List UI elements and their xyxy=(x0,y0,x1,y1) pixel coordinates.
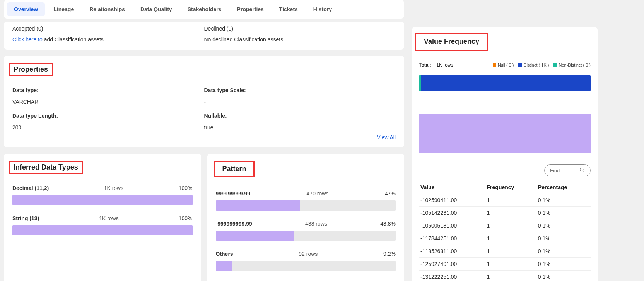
inferred-label: Decimal (11,2) xyxy=(12,185,49,191)
tab-properties[interactable]: Properties xyxy=(230,2,271,16)
pattern-row-head: 999999999.99470 rows47% xyxy=(216,190,396,197)
inferred-label: String (13) xyxy=(12,215,39,221)
nullable-value: true xyxy=(204,124,396,130)
legend-nondistinct: Non-Distinct ( 0 ) xyxy=(559,63,591,67)
pattern-row-head: -999999999.99438 rows43.8% xyxy=(216,221,396,227)
inferred-row-head: String (13)1K rows100% xyxy=(12,215,193,221)
tab-bar: Overview Lineage Relationships Data Qual… xyxy=(4,0,404,19)
pattern-bar xyxy=(216,261,396,271)
vf-table: Value Frequency Percentage -102590411.00… xyxy=(419,181,591,281)
vf-total-value: 1K rows xyxy=(436,62,453,68)
inferred-bar-fill xyxy=(12,225,193,235)
data-type-scale-label: Data type Scale: xyxy=(204,87,396,93)
inferred-pct: 100% xyxy=(179,185,193,191)
pattern-count: 438 rows xyxy=(305,221,327,227)
tab-tickets[interactable]: Tickets xyxy=(272,2,305,16)
inferred-types-card: Inferred Data Types Decimal (11,2)1K row… xyxy=(4,154,201,281)
inferred-row-head: Decimal (11,2)1K rows100% xyxy=(12,185,193,191)
properties-card: Properties Data type: VARCHAR Data type … xyxy=(4,56,404,147)
declined-text: No declined Classification assets. xyxy=(204,36,396,43)
legend-null: Null ( 0 ) xyxy=(498,63,514,67)
pattern-bar xyxy=(216,200,396,211)
pattern-bar-fill xyxy=(216,231,295,241)
inferred-bar-fill xyxy=(12,195,193,205)
svg-point-0 xyxy=(580,168,583,171)
pattern-count: 92 rows xyxy=(299,251,318,257)
vf-cell-pct: 0.1% xyxy=(536,194,591,207)
vf-cell-pct: 0.1% xyxy=(536,258,591,271)
properties-heading: Properties xyxy=(9,63,53,76)
table-row: -118526311.0010.1% xyxy=(419,245,591,258)
vf-cell-pct: 0.1% xyxy=(536,207,591,219)
inferred-pct: 100% xyxy=(179,215,193,221)
tab-data-quality[interactable]: Data Quality xyxy=(133,2,179,16)
vf-col-frequency: Frequency xyxy=(485,181,536,194)
vf-cell-freq: 1 xyxy=(485,232,536,245)
vf-cell-freq: 1 xyxy=(485,207,536,219)
table-row: -106005131.0010.1% xyxy=(419,219,591,232)
value-frequency-heading: Value Frequency xyxy=(415,33,488,51)
table-row: -117844251.0010.1% xyxy=(419,232,591,245)
table-row: -125927491.0010.1% xyxy=(419,258,591,271)
vf-legend: Null ( 0 ) Distinct ( 1K ) Non-Distinct … xyxy=(493,63,591,67)
vf-search-placeholder: Find xyxy=(550,168,560,173)
pattern-heading: Pattern xyxy=(214,161,255,177)
search-icon xyxy=(579,167,585,174)
pattern-bar xyxy=(216,231,396,241)
nullable-label: Nullable: xyxy=(204,113,396,119)
tab-relationships[interactable]: Relationships xyxy=(82,2,132,16)
pattern-pct: 43.8% xyxy=(380,221,396,227)
inferred-bar xyxy=(12,195,193,205)
vf-total-label: Total: xyxy=(419,62,431,68)
vf-cell-pct: 0.1% xyxy=(536,232,591,245)
inferred-bar xyxy=(12,225,193,235)
data-type-scale-value: - xyxy=(204,99,396,105)
classification-card: Accepted (0) Click here to add Classific… xyxy=(4,22,404,50)
pattern-row-head: Others92 rows9.2% xyxy=(216,251,396,257)
vf-cell-freq: 1 xyxy=(485,194,536,207)
add-classification-link[interactable]: Click here to xyxy=(12,36,43,43)
vf-cell-value: -125927491.00 xyxy=(419,258,485,271)
vf-cell-freq: 1 xyxy=(485,271,536,281)
declined-label: Declined (0) xyxy=(204,26,396,32)
pattern-pct: 47% xyxy=(385,190,396,197)
vf-cell-freq: 1 xyxy=(485,245,536,258)
tab-stakeholders[interactable]: Stakeholders xyxy=(181,2,229,16)
vf-stacked-bar xyxy=(419,75,591,91)
vf-cell-pct: 0.1% xyxy=(536,271,591,281)
pattern-label: 999999999.99 xyxy=(216,190,251,197)
pattern-pct: 9.2% xyxy=(383,251,396,257)
vf-cell-pct: 0.1% xyxy=(536,219,591,232)
vf-cell-value: -118526311.00 xyxy=(419,245,485,258)
data-type-label: Data type: xyxy=(12,87,204,93)
vf-cell-freq: 1 xyxy=(485,219,536,232)
vf-bar-distinct xyxy=(421,75,591,91)
tab-overview[interactable]: Overview xyxy=(7,2,45,16)
properties-view-all[interactable]: View All xyxy=(12,134,396,140)
pattern-bar-fill xyxy=(216,200,301,211)
data-type-length-value: 200 xyxy=(12,124,204,130)
pattern-label: -999999999.99 xyxy=(216,221,252,227)
vf-cell-value: -106005131.00 xyxy=(419,219,485,232)
vf-distribution-chart xyxy=(419,114,591,153)
pattern-card: Pattern 999999999.99470 rows47%-99999999… xyxy=(207,154,405,281)
vf-cell-value: -117844251.00 xyxy=(419,232,485,245)
accepted-rest: add Classification assets xyxy=(43,36,104,43)
legend-distinct: Distinct ( 1K ) xyxy=(523,63,549,67)
vf-col-value: Value xyxy=(419,181,485,194)
vf-cell-value: -102590411.00 xyxy=(419,194,485,207)
vf-search-input[interactable]: Find xyxy=(544,164,591,176)
svg-line-1 xyxy=(583,171,584,172)
table-row: -131222251.0010.1% xyxy=(419,271,591,281)
inferred-heading: Inferred Data Types xyxy=(9,161,83,174)
vf-cell-value: -105142231.00 xyxy=(419,207,485,219)
vf-cell-value: -131222251.00 xyxy=(419,271,485,281)
value-frequency-panel: Value Frequency Total: 1K rows Null ( 0 … xyxy=(412,27,598,281)
table-row: -102590411.0010.1% xyxy=(419,194,591,207)
tab-lineage[interactable]: Lineage xyxy=(46,2,81,16)
vf-col-percentage: Percentage xyxy=(536,181,591,194)
inferred-count: 1K rows xyxy=(99,215,119,221)
tab-history[interactable]: History xyxy=(306,2,339,16)
accepted-text: Click here to add Classification assets xyxy=(12,36,204,43)
inferred-count: 1K rows xyxy=(104,185,124,191)
